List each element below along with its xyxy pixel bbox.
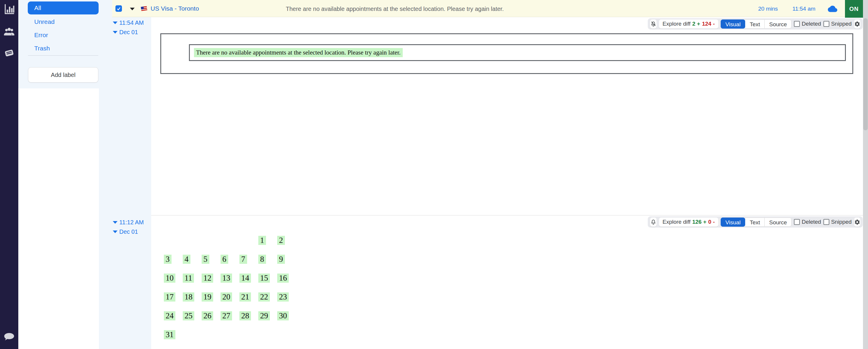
snapshot-time-expander[interactable]: 11:12 AM (113, 219, 144, 226)
bell-off-icon (650, 21, 657, 27)
calendar-cell (181, 329, 199, 348)
row-dropdown-caret-icon[interactable] (130, 8, 135, 10)
deleted-checkbox[interactable] (794, 21, 800, 27)
calendar-day-highlight: 16 (277, 274, 289, 283)
calendar-cell: 23 (275, 291, 294, 310)
snapshot-time-expander[interactable]: 11:54 AM (113, 20, 144, 26)
snipped-checkbox[interactable] (824, 219, 829, 225)
snapshot-date-expander[interactable]: Dec 01 (113, 229, 138, 235)
calendar-cell (237, 235, 256, 253)
calendar-row: 12 (162, 235, 294, 253)
tab-source[interactable]: Source (764, 217, 792, 227)
app-window: All Unread Error Trash Add label US Visa… (0, 0, 868, 349)
gear-icon (854, 21, 860, 27)
people-icon[interactable] (3, 25, 16, 38)
snipped-checkbox-group[interactable]: Snipped (824, 219, 852, 225)
calendar-cell (275, 329, 294, 348)
settings-button[interactable] (854, 217, 860, 227)
calendar-cell: 3 (162, 253, 181, 272)
label-filter-all[interactable]: All (28, 1, 99, 14)
labels-panel: All Unread Error Trash Add label (18, 0, 99, 89)
calendar-cell: 24 (162, 310, 181, 329)
calendar-cell: 8 (256, 253, 275, 272)
monitor-title-link[interactable]: US Visa - Toronto (151, 5, 199, 12)
snapshot-date-expander[interactable]: Dec 01 (113, 29, 138, 36)
latest-change-snippet: There are no available appointments at t… (286, 6, 504, 12)
book-icon[interactable] (3, 46, 16, 59)
calendar-cell (218, 329, 237, 348)
tab-visual[interactable]: Visual (721, 217, 745, 227)
snipped-checkbox-label[interactable]: Snipped (831, 21, 852, 27)
notifications-off-button[interactable] (650, 20, 657, 29)
calendar-cell: 13 (218, 272, 237, 291)
deleted-checkbox-group[interactable]: Deleted (794, 219, 821, 225)
calendar-cell (181, 235, 199, 253)
calendar-cell: 22 (256, 291, 275, 310)
chat-icon[interactable] (3, 331, 16, 343)
diff-toolbar: Explore diff 2 + 124 - Visual Text Sourc… (648, 18, 863, 30)
bell-icon (650, 219, 657, 225)
cloud-icon[interactable] (828, 5, 837, 12)
explore-diff-label: Explore diff (662, 219, 690, 225)
calendar-grid: 1234567891011121314151617181920212223242… (162, 235, 294, 348)
calendar-day-highlight: 15 (258, 274, 270, 283)
calendar-row: 24252627282930 (162, 310, 294, 329)
tab-visual[interactable]: Visual (721, 20, 745, 29)
snipped-checkbox-label[interactable]: Snipped (831, 219, 852, 225)
tab-source[interactable]: Source (764, 20, 792, 29)
calendar-cell: 9 (275, 253, 294, 272)
scrollbar-track[interactable] (863, 0, 868, 349)
settings-button[interactable] (854, 20, 860, 29)
check-interval-link[interactable]: 20 mins (758, 6, 778, 12)
chevron-down-icon (113, 231, 118, 233)
last-check-time: 11:54 am (793, 6, 815, 12)
deleted-checkbox[interactable] (794, 219, 800, 225)
calendar-cell: 29 (256, 310, 275, 329)
tab-text[interactable]: Text (745, 20, 765, 29)
explore-diff-button[interactable]: Explore diff 2 + 124 - (659, 20, 718, 29)
snipped-checkbox-group[interactable]: Snipped (824, 21, 852, 27)
chevron-down-icon (113, 221, 118, 224)
label-filter-trash[interactable]: Trash (34, 45, 50, 52)
calendar-cell: 18 (181, 291, 199, 310)
label-filter-error[interactable]: Error (34, 32, 48, 39)
calendar-cell: 11 (181, 272, 199, 291)
calendar-cell: 2 (275, 235, 294, 253)
calendar-day-highlight: 21 (240, 292, 251, 302)
calendar-cell: 30 (275, 310, 294, 329)
gear-icon (854, 219, 860, 225)
add-label-button[interactable]: Add label (28, 67, 98, 82)
snipped-checkbox[interactable] (824, 21, 829, 27)
tab-text[interactable]: Text (745, 217, 765, 227)
calendar-day-highlight: 24 (164, 311, 175, 320)
calendar-day-highlight: 11 (183, 274, 194, 283)
calendar-day-highlight: 28 (240, 311, 251, 320)
snapshot-time: 11:54 AM (119, 20, 144, 26)
calendar-cell: 14 (237, 272, 256, 291)
calendar-row: 31 (162, 329, 294, 348)
deleted-checkbox-label[interactable]: Deleted (802, 21, 821, 27)
calendar-day-highlight: 8 (258, 255, 266, 264)
calendar-day-highlight: 9 (277, 255, 285, 264)
explore-diff-button[interactable]: Explore diff 126 + 0 - (659, 217, 718, 227)
diff-removed-count: 124 - (702, 21, 715, 27)
deleted-checkbox-group[interactable]: Deleted (794, 21, 821, 27)
deleted-checkbox-label[interactable]: Deleted (802, 219, 821, 225)
monitor-checkbox[interactable] (116, 5, 122, 12)
label-filter-unread[interactable]: Unread (34, 18, 55, 25)
calendar-day-highlight: 7 (240, 255, 247, 264)
monitor-on-toggle[interactable]: ON (845, 0, 863, 18)
bar-chart-icon[interactable] (3, 3, 16, 15)
calendar-cell: 17 (162, 291, 181, 310)
diff-view-tabs: Visual Text Source (721, 20, 792, 29)
calendar-row: 10111213141516 (162, 272, 294, 291)
calendar-day-highlight: 13 (221, 274, 232, 283)
diff-added-count: 126 + (692, 219, 707, 225)
diff-added-count: 2 + (692, 21, 700, 27)
diff-toolbar: Explore diff 126 + 0 - Visual Text Sourc… (648, 216, 863, 228)
scrollbar-thumb[interactable] (863, 18, 868, 130)
notifications-on-button[interactable] (650, 217, 657, 227)
snapshot-date: Dec 01 (119, 29, 138, 36)
calendar-cell (199, 235, 218, 253)
added-text-highlight: There are no available appointments at t… (194, 48, 403, 57)
